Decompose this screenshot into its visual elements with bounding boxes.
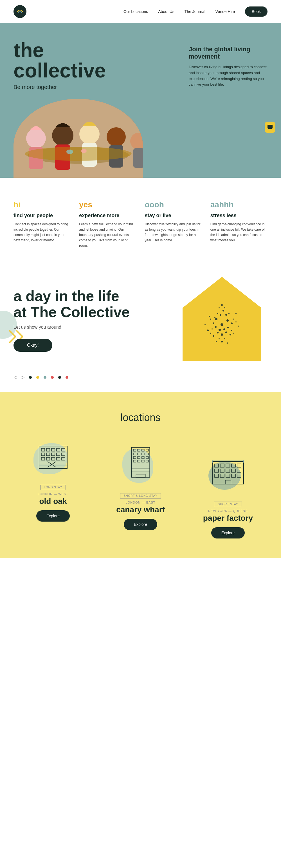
- feature-desc-3: Find game-changing convenience in one al…: [210, 222, 268, 243]
- svg-point-5: [52, 125, 73, 146]
- nav-links: Our Locations About Us The Journal Venue…: [124, 6, 268, 17]
- hero-subtitle: Be more together: [13, 84, 177, 90]
- location-region-2: NEW YORK — QUEENS: [188, 509, 268, 513]
- feature-word-oooh: oooh: [145, 200, 202, 209]
- carousel-prev[interactable]: <: [13, 374, 17, 381]
- svg-rect-111: [215, 474, 218, 477]
- hero-description: Discover co-living buildings designed to…: [189, 64, 268, 88]
- svg-rect-60: [46, 448, 50, 451]
- carousel-dot-5[interactable]: [66, 376, 68, 379]
- location-name-0: old oak: [13, 497, 93, 506]
- feature-word-yes: yes: [79, 200, 136, 209]
- carousel-dot-3[interactable]: [51, 376, 54, 379]
- svg-rect-93: [141, 460, 144, 462]
- svg-rect-104: [232, 464, 236, 467]
- svg-rect-71: [51, 457, 55, 460]
- svg-rect-79: [133, 449, 136, 451]
- location-region-1: LONDON — EAST: [101, 501, 180, 504]
- svg-rect-101: [215, 464, 218, 467]
- svg-rect-80: [137, 449, 140, 451]
- location-badge-1: SHORT & LONG STAY: [120, 493, 161, 498]
- svg-rect-109: [232, 469, 236, 472]
- explore-paper-factory[interactable]: Explore: [211, 527, 245, 538]
- carousel-dot-1[interactable]: [36, 376, 39, 379]
- svg-rect-81: [141, 449, 144, 451]
- svg-rect-106: [215, 469, 218, 472]
- svg-rect-98: [136, 474, 145, 477]
- location-name-1: canary wharf: [101, 505, 180, 514]
- feature-experience: yes experience more Learn a new skill, e…: [79, 200, 136, 249]
- feature-title-0: find your people: [13, 213, 71, 219]
- hero-section: the collective Be more together: [0, 23, 281, 178]
- svg-point-7: [79, 124, 100, 144]
- svg-rect-87: [133, 457, 136, 459]
- feature-word-aahhh: aahhh: [210, 200, 268, 209]
- svg-rect-115: [237, 474, 241, 477]
- location-badge-0: LONG STAY: [40, 485, 66, 490]
- location-paper-factory: SHORT STAY NEW YORK — QUEENS paper facto…: [188, 455, 268, 538]
- feature-desc-1: Learn a new skill, expand your mind and …: [79, 222, 136, 249]
- locations-title: locations: [13, 412, 268, 424]
- day-life-cta[interactable]: Okay!: [13, 339, 52, 352]
- location-illustration-2: [206, 455, 251, 497]
- svg-rect-102: [220, 464, 224, 467]
- feature-title-3: stress less: [210, 213, 268, 219]
- location-old-oak: LONG STAY LONDON — WEST old oak Explore: [13, 438, 93, 522]
- svg-rect-62: [57, 448, 60, 451]
- hero-image: [13, 99, 143, 178]
- book-button[interactable]: Book: [245, 6, 268, 17]
- svg-rect-94: [146, 460, 148, 462]
- chat-bubble-icon[interactable]: [265, 122, 275, 133]
- explore-old-oak[interactable]: Explore: [36, 510, 70, 522]
- location-badge-2: SHORT STAY: [214, 502, 242, 507]
- svg-rect-83: [133, 453, 136, 455]
- day-life-content: a day in the life at The Collective Let …: [13, 288, 268, 352]
- svg-rect-72: [57, 457, 60, 460]
- svg-rect-73: [62, 457, 65, 460]
- svg-rect-67: [57, 453, 60, 456]
- features-grid: hi find your people Connect in spaces de…: [13, 200, 268, 249]
- carousel-nav: < >: [0, 369, 281, 392]
- feature-stay-live: oooh stay or live Discover true flexibil…: [145, 200, 202, 249]
- carousel-dot-4[interactable]: [58, 376, 61, 379]
- location-illustration-0: [31, 438, 76, 480]
- svg-rect-84: [137, 453, 140, 455]
- logo[interactable]: [13, 5, 27, 18]
- svg-rect-108: [226, 469, 230, 472]
- svg-rect-92: [137, 460, 140, 462]
- feature-title-1: experience more: [79, 213, 136, 219]
- nav-our-locations[interactable]: Our Locations: [124, 9, 148, 14]
- carousel-dot-0[interactable]: [29, 376, 32, 379]
- location-region-0: LONDON — WEST: [13, 492, 93, 496]
- locations-grid: LONG STAY LONDON — WEST old oak Explore: [13, 438, 268, 538]
- svg-rect-68: [62, 453, 65, 456]
- explore-canary-wharf[interactable]: Explore: [124, 519, 157, 530]
- day-life-title: a day in the life at The Collective: [13, 288, 132, 320]
- feature-word-hi: hi: [13, 200, 71, 209]
- nav-the-journal[interactable]: The Journal: [184, 9, 205, 14]
- svg-rect-65: [46, 453, 50, 456]
- location-illustration-1: [118, 446, 163, 488]
- svg-rect-66: [51, 453, 55, 456]
- carousel-next[interactable]: >: [22, 374, 25, 381]
- feature-desc-2: Discover true flexibility and join us fo…: [145, 222, 202, 243]
- feature-find-people: hi find your people Connect in spaces de…: [13, 200, 71, 249]
- svg-rect-113: [226, 474, 230, 477]
- svg-rect-88: [137, 457, 140, 459]
- svg-rect-64: [41, 453, 45, 456]
- svg-rect-16: [268, 125, 273, 129]
- svg-rect-107: [220, 469, 224, 472]
- hero-tagline: Join the global living movement: [189, 45, 268, 60]
- svg-rect-12: [133, 148, 143, 168]
- day-life-section: a day in the life at The Collective Let …: [0, 266, 281, 369]
- svg-rect-63: [62, 448, 65, 451]
- carousel-dot-2[interactable]: [44, 376, 46, 379]
- nav-about-us[interactable]: About Us: [158, 9, 174, 14]
- svg-point-9: [107, 127, 126, 147]
- svg-rect-69: [41, 457, 45, 460]
- svg-rect-105: [237, 464, 241, 467]
- nav-venue-hire[interactable]: Venue Hire: [215, 9, 235, 14]
- day-life-subtitle: Let us show you around: [13, 325, 268, 330]
- location-name-2: paper factory: [188, 514, 268, 523]
- svg-point-14: [66, 150, 73, 154]
